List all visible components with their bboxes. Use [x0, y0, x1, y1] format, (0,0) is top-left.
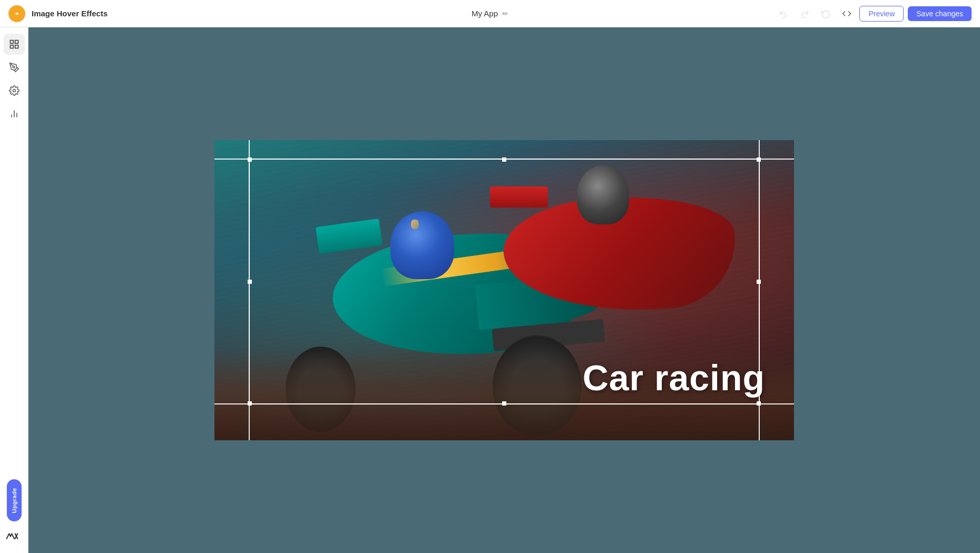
undo-button[interactable]	[775, 5, 792, 22]
image-widget[interactable]: Car racing	[214, 140, 794, 440]
app-logo	[8, 5, 25, 22]
wix-logo	[4, 528, 25, 545]
code-button[interactable]	[838, 5, 855, 22]
sidebar-item-tools[interactable]	[4, 57, 25, 78]
redo-button[interactable]	[796, 5, 813, 22]
racing-image: Car racing	[214, 140, 794, 440]
topbar-center: My App ✏	[472, 9, 508, 18]
canvas-area: Car racing	[28, 27, 980, 553]
sidebar-item-analytics[interactable]	[4, 103, 25, 124]
car-green-wing-rear	[316, 219, 383, 254]
upgrade-button[interactable]: Upgrade	[7, 479, 22, 521]
sidebar: Upgrade	[0, 27, 28, 553]
history-button[interactable]	[817, 5, 834, 22]
image-container: Car racing	[214, 140, 794, 440]
image-caption: Car racing	[583, 357, 765, 398]
upgrade-label: Upgrade	[11, 488, 17, 513]
svg-rect-1	[10, 41, 13, 44]
helmet-blue	[390, 211, 454, 279]
topbar: Image Hover Effects My App ✏	[0, 0, 980, 27]
topbar-right: Preview Save changes	[775, 5, 972, 22]
svg-rect-2	[15, 41, 18, 44]
sidebar-item-grid[interactable]	[4, 34, 25, 55]
helmet-visor	[411, 220, 419, 229]
edit-title-icon[interactable]: ✏	[502, 9, 508, 18]
main-layout: Upgrade	[0, 27, 980, 553]
helmet-red	[577, 165, 629, 224]
svg-rect-4	[10, 45, 13, 48]
app-title: My App	[472, 9, 498, 18]
svg-point-6	[13, 90, 15, 92]
car-red-wing	[490, 186, 548, 208]
svg-point-5	[13, 66, 14, 68]
topbar-left: Image Hover Effects	[8, 5, 107, 22]
preview-button[interactable]: Preview	[859, 6, 904, 22]
svg-rect-3	[15, 45, 18, 48]
plugin-name: Image Hover Effects	[32, 9, 107, 18]
sidebar-item-settings[interactable]	[4, 80, 25, 101]
save-button[interactable]: Save changes	[908, 6, 972, 21]
car-red	[475, 155, 765, 366]
